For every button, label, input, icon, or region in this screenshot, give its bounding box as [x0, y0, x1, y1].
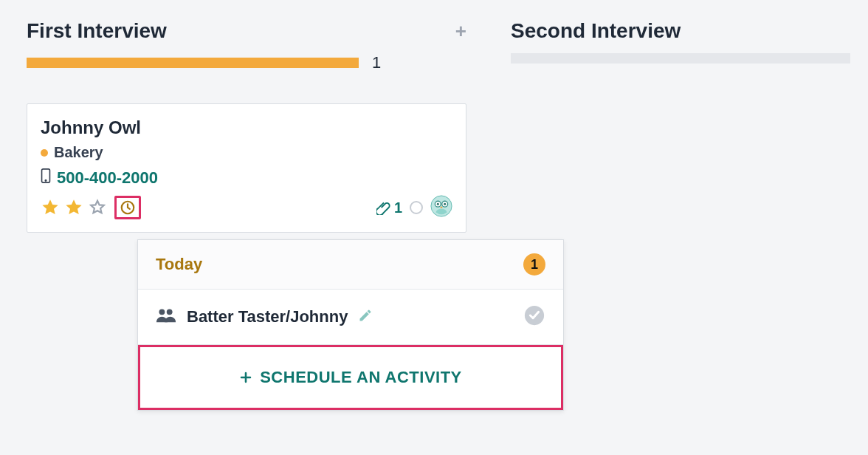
candidate-phone-row: 500-400-2000: [41, 168, 452, 188]
schedule-activity-button[interactable]: SCHEDULE AN ACTIVITY: [140, 347, 561, 408]
activity-clock-button[interactable]: [114, 196, 141, 219]
plus-icon: [239, 371, 252, 384]
group-icon: [156, 307, 176, 327]
candidate-phone-link[interactable]: 500-400-2000: [57, 168, 158, 188]
candidate-tag: Bakery: [54, 144, 103, 161]
popover-header: Today 1: [138, 240, 563, 290]
add-card-button[interactable]: +: [455, 20, 466, 43]
pencil-icon: [358, 308, 373, 323]
stage-header: First Interview +: [27, 19, 466, 43]
stage-progress-bar-empty: [511, 53, 850, 64]
assignee-avatar[interactable]: [430, 195, 452, 220]
svg-point-8: [159, 309, 165, 315]
stage-progress-row: [511, 53, 850, 64]
stage-column-first: First Interview + 1 Johnny Owl Bakery 50…: [27, 19, 466, 233]
status-dot-icon: [410, 201, 423, 214]
today-count-badge: 1: [523, 253, 545, 276]
mark-done-button[interactable]: [523, 304, 545, 329]
candidate-tag-row: Bakery: [41, 144, 452, 161]
activity-popover: Today 1 Batter Taster/Johnny: [137, 239, 564, 411]
star-icon: [64, 198, 83, 217]
schedule-activity-label: SCHEDULE AN ACTIVITY: [260, 368, 462, 387]
star-icon: [41, 198, 60, 217]
candidate-card[interactable]: Johnny Owl Bakery 500-400-2000: [27, 103, 466, 233]
stage-title: First Interview: [27, 19, 167, 43]
star-outline-icon: [88, 198, 107, 217]
owl-avatar-icon: [430, 195, 452, 217]
check-circle-icon: [523, 304, 545, 326]
stage-column-second: Second Interview: [511, 19, 850, 233]
svg-point-1: [45, 180, 46, 181]
schedule-activity-highlight: SCHEDULE AN ACTIVITY: [138, 345, 563, 410]
today-label: Today: [156, 255, 202, 274]
tag-dot-icon: [41, 149, 48, 157]
attachment-indicator[interactable]: 1: [376, 199, 402, 216]
paperclip-icon: [376, 200, 391, 215]
activity-title: Batter Taster/Johnny: [187, 307, 348, 326]
svg-point-9: [167, 309, 173, 315]
svg-point-6: [437, 203, 439, 205]
clock-icon: [120, 199, 136, 216]
attachment-count: 1: [394, 199, 402, 216]
stage-title: Second Interview: [511, 19, 681, 43]
phone-icon: [41, 168, 51, 188]
activity-row[interactable]: Batter Taster/Johnny: [138, 290, 563, 345]
stage-header: Second Interview: [511, 19, 850, 43]
candidate-name: Johnny Owl: [41, 117, 452, 138]
stage-progress-row: 1: [27, 53, 466, 72]
stage-count: 1: [372, 53, 381, 72]
rating-stars[interactable]: [41, 196, 141, 219]
edit-activity-button[interactable]: [358, 308, 373, 326]
svg-point-7: [444, 203, 446, 205]
stage-progress-bar: [27, 58, 359, 68]
